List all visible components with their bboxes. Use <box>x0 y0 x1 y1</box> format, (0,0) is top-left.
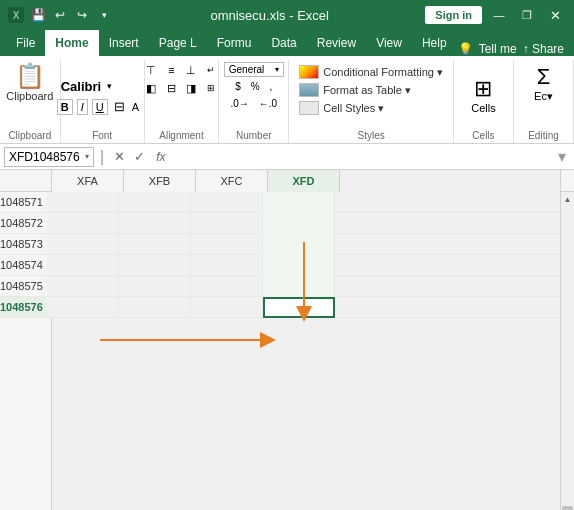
lightbulb-icon[interactable]: 💡 <box>458 42 473 56</box>
cancel-formula-button[interactable]: ✕ <box>110 149 128 164</box>
percent-button[interactable]: % <box>247 79 264 94</box>
cell-xfc-1048574[interactable] <box>191 255 263 276</box>
undo-icon[interactable]: ↩ <box>50 5 70 25</box>
align-left-button[interactable]: ◧ <box>142 80 160 96</box>
scroll-thumb[interactable] <box>562 506 573 510</box>
align-middle-button[interactable]: ≡ <box>162 62 180 78</box>
ec-button[interactable]: Σ Ec▾ <box>523 60 563 107</box>
format-as-table-button[interactable]: Format as Table ▾ <box>297 82 445 98</box>
table-row: 1048576 <box>0 297 560 318</box>
sheet-body: XFA XFB XFC XFD 1048571 <box>0 170 574 510</box>
cell-xfa-1048574[interactable] <box>47 255 119 276</box>
formula-input[interactable] <box>174 150 551 164</box>
clipboard-button[interactable]: 📋 Clipboard <box>0 60 59 106</box>
tab-file[interactable]: File <box>6 30 45 56</box>
conditional-formatting-icon <box>299 65 319 79</box>
tab-review[interactable]: Review <box>307 30 366 56</box>
cell-xfd-1048571[interactable] <box>263 192 335 213</box>
redo-icon[interactable]: ↪ <box>72 5 92 25</box>
col-header-xfb: XFB <box>124 170 196 192</box>
name-box[interactable]: XFD1048576 ▾ <box>4 147 94 167</box>
col-headers: XFA XFB XFC XFD <box>52 170 560 192</box>
row-header-1048572: 1048572 <box>0 213 47 234</box>
scroll-track[interactable] <box>561 206 574 510</box>
cell-styles-button[interactable]: Cell Styles ▾ <box>297 100 445 116</box>
conditional-formatting-button[interactable]: Conditional Formatting ▾ <box>297 64 445 80</box>
tell-me-label[interactable]: Tell me <box>479 42 517 56</box>
cell-xfd-1048575[interactable] <box>263 276 335 297</box>
cell-xfb-1048573[interactable] <box>119 234 191 255</box>
cell-xfc-1048576[interactable] <box>191 297 263 318</box>
number-group-label: Number <box>236 130 272 143</box>
save-icon[interactable]: 💾 <box>28 5 48 25</box>
cell-xfd-1048572[interactable] <box>263 213 335 234</box>
cell-xfa-1048573[interactable] <box>47 234 119 255</box>
cell-xfc-1048573[interactable] <box>191 234 263 255</box>
grid-with-scrollbar: 1048571 1048572 <box>0 192 574 510</box>
table-row: 1048571 <box>0 192 560 213</box>
cell-xfb-1048576[interactable] <box>119 297 191 318</box>
italic-button[interactable]: I <box>77 99 88 115</box>
main-content: XFA XFB XFC XFD 1048571 <box>0 170 574 510</box>
cell-xfb-1048572[interactable] <box>119 213 191 234</box>
comma-button[interactable]: , <box>266 79 277 94</box>
cell-xfa-1048571[interactable] <box>47 192 119 213</box>
cell-xfb-1048571[interactable] <box>119 192 191 213</box>
cell-xfa-1048575[interactable] <box>47 276 119 297</box>
cell-xfc-1048571[interactable] <box>191 192 263 213</box>
border-button[interactable]: ⊟ <box>112 99 128 115</box>
tab-page-layout[interactable]: Page L <box>149 30 207 56</box>
currency-button[interactable]: $ <box>231 79 245 94</box>
alignment-group-label: Alignment <box>159 130 203 143</box>
column-header-row: XFA XFB XFC XFD <box>0 170 574 192</box>
maximize-button[interactable]: ❐ <box>516 4 538 26</box>
grid-area: XFA XFB XFC XFD 1048571 <box>0 170 574 510</box>
number-format-selector[interactable]: General ▾ <box>224 62 284 77</box>
share-button[interactable]: ↑ Share <box>523 42 564 56</box>
tab-help[interactable]: Help <box>412 30 457 56</box>
cell-xfc-1048572[interactable] <box>191 213 263 234</box>
number-controls: General ▾ $ % , .0→ ←.0 <box>224 60 284 113</box>
align-bottom-button[interactable]: ⊥ <box>182 62 200 78</box>
filename-label: omnisecu.xls <box>210 8 285 23</box>
vertical-scrollbar[interactable]: ▲ ▼ <box>560 192 574 510</box>
wrap-text-button[interactable]: ↵ <box>202 62 220 78</box>
align-right-button[interactable]: ◨ <box>182 80 200 96</box>
clipboard-label: Clipboard <box>6 90 53 102</box>
cell-xfa-1048572[interactable] <box>47 213 119 234</box>
cells-button[interactable]: ⊞ Cells <box>463 72 503 118</box>
align-center-button[interactable]: ⊟ <box>162 80 180 96</box>
tab-data[interactable]: Data <box>261 30 306 56</box>
tab-view[interactable]: View <box>366 30 412 56</box>
confirm-formula-button[interactable]: ✓ <box>130 149 148 164</box>
sign-in-button[interactable]: Sign in <box>425 6 482 24</box>
cell-xfd-1048573[interactable] <box>263 234 335 255</box>
bold-button[interactable]: B <box>57 99 73 115</box>
close-button[interactable]: ✕ <box>544 4 566 26</box>
tab-insert[interactable]: Insert <box>99 30 149 56</box>
underline-button[interactable]: U <box>92 99 108 115</box>
cell-xfd-1048576-selected[interactable] <box>263 297 335 318</box>
ribbon-tabs: File Home Insert Page L Formu Data Revie… <box>0 30 574 56</box>
increase-decimal-button[interactable]: .0→ <box>226 96 252 111</box>
customize-quick-access-icon[interactable]: ▾ <box>94 5 114 25</box>
font-family-selector[interactable]: Calibri <box>57 78 105 95</box>
cell-xfa-1048576[interactable] <box>47 297 119 318</box>
formula-expand-icon[interactable]: ▾ <box>554 147 570 166</box>
align-top-button[interactable]: ⊤ <box>142 62 160 78</box>
tab-home[interactable]: Home <box>45 30 98 56</box>
minimize-button[interactable]: — <box>488 4 510 26</box>
scroll-up-button[interactable]: ▲ <box>561 192 574 206</box>
font-family-dropdown-icon[interactable]: ▾ <box>107 81 112 91</box>
cell-xfc-1048575[interactable] <box>191 276 263 297</box>
decrease-decimal-button[interactable]: ←.0 <box>255 96 281 111</box>
cell-xfd-1048574[interactable] <box>263 255 335 276</box>
tab-formulas[interactable]: Formu <box>207 30 262 56</box>
row-header-1048575: 1048575 <box>0 276 47 297</box>
row-header-1048573: 1048573 <box>0 234 47 255</box>
cell-xfb-1048574[interactable] <box>119 255 191 276</box>
format-as-table-icon <box>299 83 319 97</box>
name-box-dropdown-icon[interactable]: ▾ <box>85 152 89 161</box>
merge-button[interactable]: ⊞ <box>202 80 220 96</box>
cell-xfb-1048575[interactable] <box>119 276 191 297</box>
